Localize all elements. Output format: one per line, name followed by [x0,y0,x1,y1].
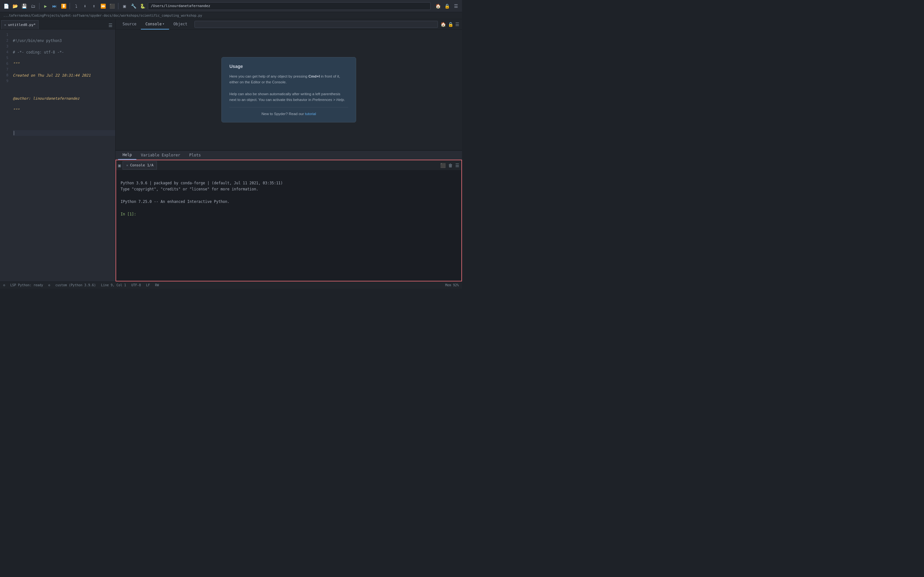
tab-console[interactable]: Console ▾ [141,19,169,29]
code-line-5 [13,84,115,90]
editor-tabs: ✕ untitled0.py* ☰ [0,19,115,29]
code-line-1: #!/usr/bin/env python3 [13,38,115,44]
status-lsp-icon: ⊙ [3,284,5,287]
code-area: 1 2 3 4 5 6 7 8 9 #!/usr/bin/env python3… [0,29,115,282]
python-icon[interactable]: 🐍 [139,3,146,10]
status-lsp: LSP Python: ready [10,284,43,287]
usage-para2: Help can also be shown automatically aft… [229,91,348,103]
usage-para1: Here you can get help of any object by p… [229,73,348,85]
editor-tab-menu-icon[interactable]: ☰ [107,21,114,29]
toolbar-right: 🏠 🔒 ☰ [435,3,459,10]
code-line-6: @author: linourdanetafernandez [13,95,115,101]
code-line-7: """ [13,107,115,113]
home-help-icon[interactable]: 🏠 [441,22,446,27]
separator-2 [69,3,70,9]
help-tab-icons: 🏠 🔒 ☰ [441,22,459,27]
step-into-icon[interactable]: ⬇ [81,3,89,10]
tutorial-link: New to Spyder? Read our tutorial [229,112,348,116]
lock-icon[interactable]: 🔒 [443,3,451,10]
console-line-4: IPython 7.25.0 -- An enhanced Interactiv… [121,199,229,204]
breadcrumb-text: ...tafernandez/CodingProjects/qu4nt-soft… [3,14,202,17]
right-panel: Source Console ▾ Object 🏠 🔒 ☰ [115,19,462,282]
help-content: Usage Here you can get help of any objec… [115,29,462,150]
run-icon[interactable]: ▶ [42,3,49,10]
tab-plots[interactable]: Plots [185,151,205,160]
code-editor[interactable]: #!/usr/bin/env python3 # -*- coding: utf… [10,29,115,282]
console-tab-icons: ⬛ 🗑 ☰ [440,163,459,168]
code-line-4: Created on Thu Jul 22 10:31:44 2021 [13,73,115,78]
status-encoding: UTF-8 [131,284,141,287]
layout-icon[interactable]: ▣ [121,3,128,10]
step-over-icon[interactable]: ⤵ [73,3,79,10]
console-line-5 [121,206,123,210]
step-out-icon[interactable]: ⬆ [90,3,97,10]
console-line-3 [121,193,123,198]
save-icon[interactable]: 💾 [21,3,27,10]
console-tab-1[interactable]: ✕ Console 1/A [123,161,157,169]
debug-icon[interactable]: ⏬ [60,3,67,10]
code-line-2: # -*- coding: utf-8 -*- [13,49,115,55]
status-env: custom (Python 3.9.6) [55,284,95,287]
lock-help-icon[interactable]: 🔒 [448,22,453,27]
new-file-icon[interactable]: 📄 [3,3,10,10]
usage-box: Usage Here you can get help of any objec… [221,57,356,123]
console-tab-label: Console 1/A [130,163,153,167]
tab-variable-explorer[interactable]: Variable Explorer [136,151,185,160]
run-cell-icon[interactable]: ⏭ [51,3,58,10]
console-tabs: ▣ ✕ Console 1/A ⬛ 🗑 ☰ [116,160,461,171]
tab-close-icon[interactable]: ✕ [4,23,6,27]
console-content[interactable]: Python 3.9.6 | packaged by conda-forge |… [116,171,461,281]
tab-label: untitled0.py* [8,23,36,27]
open-file-icon[interactable]: 📂 [11,3,19,10]
usage-text: Here you can get help of any object by p… [229,73,348,103]
console-trash-icon[interactable]: 🗑 [448,163,453,168]
code-line-9: │ [13,130,115,136]
breadcrumb: ...tafernandez/CodingProjects/qu4nt-soft… [0,12,462,19]
tab-help[interactable]: Help [118,151,136,160]
path-input[interactable]: /Users/linourdanetafernandez [148,2,431,10]
bottom-pane-tabs: Help Variable Explorer Plots [115,151,462,160]
console-menu-icon[interactable]: ☰ [455,163,459,168]
help-pane: Source Console ▾ Object 🏠 🔒 ☰ [115,19,462,151]
tab-source[interactable]: Source [118,19,141,29]
editor-panel: ✕ untitled0.py* ☰ 1 2 3 4 5 6 7 8 9 #!/u… [0,19,115,282]
code-line-3: """ [13,61,115,67]
console-panel: ▣ ✕ Console 1/A ⬛ 🗑 ☰ Python 3.9.6 | pac… [115,160,462,282]
main-layout: ✕ untitled0.py* ☰ 1 2 3 4 5 6 7 8 9 #!/u… [0,19,462,282]
continue-icon[interactable]: ⏩ [99,3,107,10]
help-tabs: Source Console ▾ Object 🏠 🔒 ☰ [115,19,462,29]
status-bar: ⊙ LSP Python: ready ⊙ custom (Python 3.9… [0,282,462,288]
tutorial-hyperlink[interactable]: tutorial [305,112,317,116]
save-all-icon[interactable]: 🗂 [29,3,37,10]
status-mem: Mem 92% [445,284,459,287]
status-position: Line 9, Col 1 [101,284,126,287]
menu-help-icon[interactable]: ☰ [455,22,459,27]
console-stop-icon[interactable]: ⬛ [440,163,446,168]
editor-tab-untitled[interactable]: ✕ untitled0.py* [1,20,39,29]
console-dropdown-icon[interactable]: ▾ [162,22,165,26]
console-line-2: Type "copyright", "credits" or "license"… [121,187,258,191]
line-numbers: 1 2 3 4 5 6 7 8 9 [0,29,10,282]
console-line-1: Python 3.9.6 | packaged by conda-forge |… [121,181,283,185]
path-value: /Users/linourdanetafernandez [151,4,210,8]
settings-icon[interactable]: 🔧 [130,3,137,10]
code-line-8 [13,119,115,124]
usage-title: Usage [229,64,348,69]
console-tab-close-icon[interactable]: ✕ [126,163,128,167]
console-prompt: In [1]: [121,212,136,216]
home-icon[interactable]: 🏠 [435,3,441,10]
status-env-icon: ⊙ [48,284,50,287]
status-eol: LF [146,284,150,287]
object-input[interactable] [194,21,438,28]
console-layout-icon[interactable]: ▣ [118,163,121,168]
separator-3 [118,3,118,9]
menu-icon[interactable]: ☰ [452,3,459,10]
tab-object[interactable]: Object [169,19,192,29]
status-rw: RW [155,284,159,287]
toolbar: 📄 📂 💾 🗂 ▶ ⏭ ⏬ ⤵ ⬇ ⬆ ⏩ ⬛ ▣ 🔧 🐍 /Users/lin… [0,0,462,12]
stop-icon[interactable]: ⬛ [108,3,115,10]
